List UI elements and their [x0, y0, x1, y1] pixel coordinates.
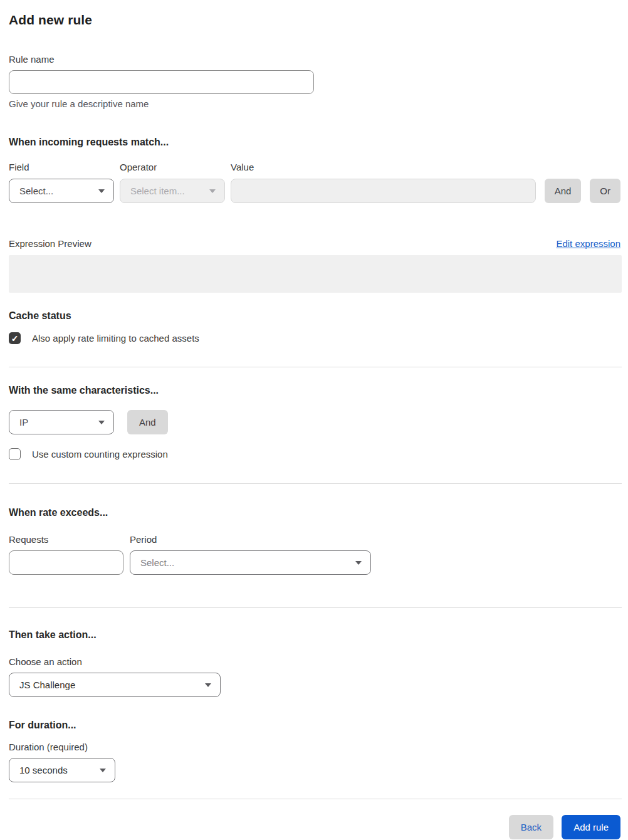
chevron-down-icon	[209, 189, 216, 193]
action-heading: Then take action...	[9, 629, 620, 641]
action-select-value: JS Challenge	[19, 680, 75, 690]
back-button[interactable]: Back	[509, 815, 553, 839]
requests-label: Requests	[9, 534, 130, 545]
characteristics-heading: With the same characteristics...	[9, 385, 620, 396]
edit-expression-link[interactable]: Edit expression	[556, 238, 620, 249]
chevron-down-icon	[205, 683, 211, 687]
operator-label: Operator	[120, 162, 231, 172]
choose-action-label: Choose an action	[9, 656, 620, 667]
expression-preview-box	[9, 255, 622, 293]
action-select[interactable]: JS Challenge	[9, 673, 221, 697]
period-select[interactable]: Select...	[130, 550, 371, 575]
add-rule-button[interactable]: Add rule	[562, 815, 620, 839]
rate-heading: When rate exceeds...	[9, 507, 620, 518]
duration-select-value: 10 seconds	[19, 765, 68, 775]
field-select-value: Select...	[19, 186, 53, 196]
divider	[9, 367, 622, 367]
rule-name-label: Rule name	[9, 54, 620, 65]
characteristic-select-value: IP	[19, 417, 28, 428]
cache-status-heading: Cache status	[9, 310, 620, 322]
period-label: Period	[130, 534, 157, 545]
chevron-down-icon	[355, 561, 362, 565]
and-characteristic-button[interactable]: And	[127, 410, 168, 434]
divider	[9, 483, 622, 484]
duration-heading: For duration...	[9, 720, 620, 731]
duration-label: Duration (required)	[9, 742, 620, 752]
duration-select[interactable]: 10 seconds	[9, 758, 115, 782]
add-rule-page: Add new rule Rule name Give your rule a …	[0, 0, 628, 840]
and-expression-button[interactable]: And	[545, 179, 582, 203]
divider	[9, 799, 622, 799]
expression-preview-label: Expression Preview	[9, 238, 92, 249]
period-select-value: Select...	[140, 557, 174, 568]
custom-counting-checkbox-label[interactable]: Use custom counting expression	[32, 449, 168, 459]
field-label: Field	[9, 162, 120, 172]
divider	[9, 607, 622, 608]
chevron-down-icon	[98, 189, 105, 193]
characteristic-select[interactable]: IP	[9, 410, 114, 434]
checkmark-icon: ✓	[11, 334, 19, 343]
or-expression-button[interactable]: Or	[590, 179, 620, 203]
field-select[interactable]: Select...	[9, 179, 114, 203]
rule-name-helper: Give your rule a descriptive name	[9, 98, 620, 109]
value-input	[231, 179, 536, 203]
cached-assets-checkbox[interactable]: ✓	[9, 332, 21, 344]
value-label: Value	[231, 162, 254, 172]
chevron-down-icon	[100, 769, 106, 772]
operator-select-value: Select item...	[130, 186, 185, 196]
requests-input[interactable]	[9, 550, 123, 575]
cached-assets-checkbox-label[interactable]: Also apply rate limiting to cached asset…	[32, 333, 199, 344]
chevron-down-icon	[98, 421, 105, 424]
rule-name-input[interactable]	[9, 70, 314, 94]
operator-select: Select item...	[120, 179, 225, 203]
custom-counting-checkbox[interactable]	[9, 448, 21, 460]
match-section-heading: When incoming requests match...	[9, 137, 620, 148]
page-title: Add new rule	[9, 13, 620, 28]
